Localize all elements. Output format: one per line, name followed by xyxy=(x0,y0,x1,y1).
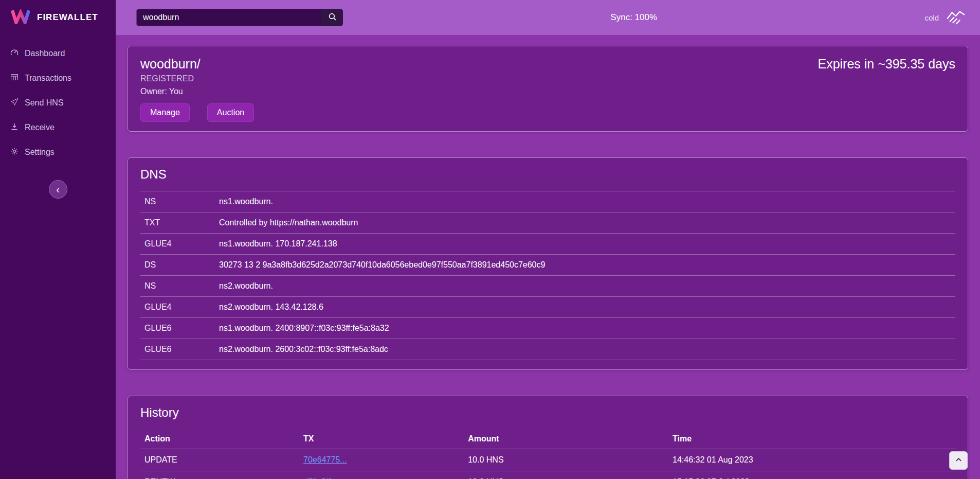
dns-record-row: GLUE4 ns2.woodburn. 143.42.128.6 xyxy=(140,297,955,318)
history-row: RENEW d73c5f8... 10.0 HNS 15:15:06 07 Ju… xyxy=(140,471,955,479)
dns-record-value: ns2.woodburn. 143.42.128.6 xyxy=(215,297,955,318)
sidebar-item-label: Dashboard xyxy=(25,49,65,58)
topbar: Sync: 100% cold xyxy=(116,0,980,35)
dns-card-title: DNS xyxy=(140,167,955,182)
auction-button[interactable]: Auction xyxy=(207,103,254,122)
sidebar: FIREWALLET Dashboard Transactions Send H… xyxy=(0,0,116,479)
history-tx-cell: d73c5f8... xyxy=(299,471,464,479)
gauge-icon xyxy=(10,48,19,59)
app-root: FIREWALLET Dashboard Transactions Send H… xyxy=(0,0,980,479)
sidebar-item-label: Receive xyxy=(25,123,55,132)
sidebar-item-dashboard[interactable]: Dashboard xyxy=(0,41,116,66)
receive-icon xyxy=(10,122,19,133)
history-action: RENEW xyxy=(140,471,299,479)
sidebar-nav: Dashboard Transactions Send HNS Receive xyxy=(0,35,116,165)
dns-record-row: NS ns1.woodburn. xyxy=(140,191,955,212)
dns-record-value: ns1.woodburn. xyxy=(215,191,955,212)
gear-icon xyxy=(10,147,19,157)
domain-name: woodburn/ xyxy=(140,56,254,72)
dns-record-type: NS xyxy=(140,191,215,212)
domain-expiry: Expires in ~395.35 days xyxy=(818,56,955,72)
dns-record-row: GLUE4 ns1.woodburn. 170.187.241.138 xyxy=(140,234,955,255)
wallet-mode: cold xyxy=(924,8,967,27)
dns-record-type: GLUE4 xyxy=(140,297,215,318)
dns-record-type: DS xyxy=(140,255,215,276)
sidebar-item-send-hns[interactable]: Send HNS xyxy=(0,91,116,115)
dns-record-type: GLUE6 xyxy=(140,318,215,339)
history-amount: 10.0 HNS xyxy=(464,471,668,479)
history-column-action: Action xyxy=(140,429,299,449)
wallet-mode-label: cold xyxy=(924,13,939,22)
history-card: History Action TX Amount Time UPDATE xyxy=(128,396,968,479)
brand-name: FIREWALLET xyxy=(37,12,98,23)
domain-buttons: Manage Auction xyxy=(140,103,254,122)
history-card-title: History xyxy=(140,405,955,420)
dns-card: DNS NS ns1.woodburn. TXT Controlled by h… xyxy=(128,157,968,370)
dns-record-value: ns1.woodburn. 2400:8907::f03c:93ff:fe5a:… xyxy=(215,318,955,339)
dns-record-value: ns1.woodburn. 170.187.241.138 xyxy=(215,234,955,255)
sync-status: Sync: 100% xyxy=(610,12,657,23)
dns-record-row: TXT Controlled by https://nathan.woodbur… xyxy=(140,212,955,234)
dns-record-value: ns2.woodburn. 2600:3c02::f03c:93ff:fe5a:… xyxy=(215,339,955,360)
history-row: UPDATE 70e64775... 10.0 HNS 14:46:32 01 … xyxy=(140,449,955,471)
dns-record-type: GLUE4 xyxy=(140,234,215,255)
sidebar-item-transactions[interactable]: Transactions xyxy=(0,66,116,91)
tx-link[interactable]: 70e64775... xyxy=(303,455,347,464)
send-icon xyxy=(10,98,19,108)
dns-record-value: Controlled by https://nathan.woodburn xyxy=(215,212,955,234)
history-time: 14:46:32 01 Aug 2023 xyxy=(668,449,955,471)
dns-record-value: ns2.woodburn. xyxy=(215,276,955,297)
chevron-up-icon xyxy=(955,456,963,465)
content-area: woodburn/ REGISTERED Owner: You Manage A… xyxy=(116,35,980,479)
firewallet-logo-icon xyxy=(10,9,31,26)
history-table: Action TX Amount Time UPDATE 70e64775...… xyxy=(140,429,955,479)
history-header-row: Action TX Amount Time xyxy=(140,429,955,449)
history-tx-cell: 70e64775... xyxy=(299,449,464,471)
sidebar-item-settings[interactable]: Settings xyxy=(0,140,116,165)
brand-logo: FIREWALLET xyxy=(0,0,116,35)
history-time: 15:15:06 07 Jul 2023 xyxy=(668,471,955,479)
sidebar-item-label: Send HNS xyxy=(25,98,64,108)
table-icon xyxy=(10,73,19,83)
history-column-amount: Amount xyxy=(464,429,668,449)
search-input[interactable] xyxy=(136,9,321,26)
dns-record-row: GLUE6 ns1.woodburn. 2400:8907::f03c:93ff… xyxy=(140,318,955,339)
dns-record-type: TXT xyxy=(140,212,215,234)
domain-owner: Owner: You xyxy=(140,87,254,96)
handshake-icon[interactable] xyxy=(945,8,967,27)
dns-record-type: NS xyxy=(140,276,215,297)
dns-record-row: GLUE6 ns2.woodburn. 2600:3c02::f03c:93ff… xyxy=(140,339,955,360)
dns-record-value: 30273 13 2 9a3a8fb3d625d2a2073d740f10da6… xyxy=(215,255,955,276)
dns-table: NS ns1.woodburn. TXT Controlled by https… xyxy=(140,191,955,360)
sidebar-collapse-button[interactable]: ‹ xyxy=(49,180,67,199)
history-column-tx: TX xyxy=(299,429,464,449)
history-column-time: Time xyxy=(668,429,955,449)
search-group xyxy=(136,9,343,26)
sidebar-item-label: Transactions xyxy=(25,74,71,83)
domain-card: woodburn/ REGISTERED Owner: You Manage A… xyxy=(128,46,968,132)
domain-card-left: woodburn/ REGISTERED Owner: You Manage A… xyxy=(140,56,254,122)
search-icon xyxy=(328,12,337,23)
domain-status: REGISTERED xyxy=(140,74,254,83)
main-column: Sync: 100% cold woodburn/ REGISTERED Own… xyxy=(116,0,980,479)
sidebar-item-receive[interactable]: Receive xyxy=(0,115,116,140)
dns-record-row: DS 30273 13 2 9a3a8fb3d625d2a2073d740f10… xyxy=(140,255,955,276)
sidebar-item-label: Settings xyxy=(25,148,55,157)
history-amount: 10.0 HNS xyxy=(464,449,668,471)
search-button[interactable] xyxy=(321,9,343,26)
scroll-to-top-button[interactable] xyxy=(949,451,968,470)
manage-button[interactable]: Manage xyxy=(140,103,190,122)
history-action: UPDATE xyxy=(140,449,299,471)
dns-record-type: GLUE6 xyxy=(140,339,215,360)
dns-record-row: NS ns2.woodburn. xyxy=(140,276,955,297)
